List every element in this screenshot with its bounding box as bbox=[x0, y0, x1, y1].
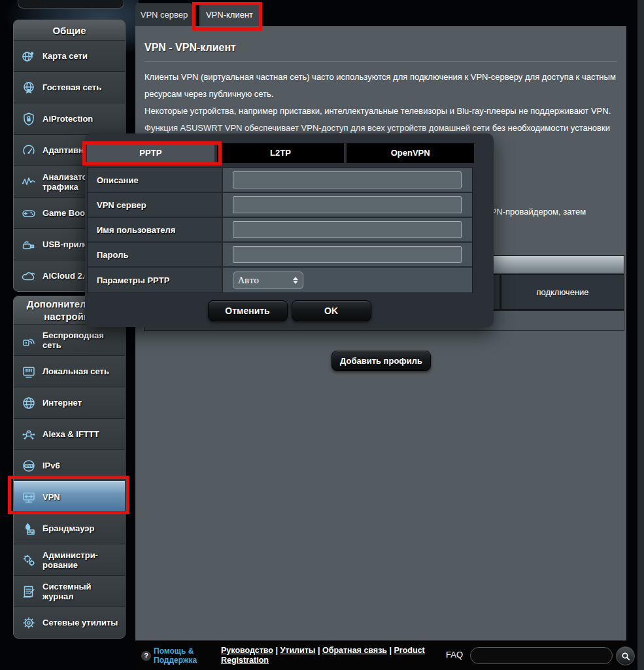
gamepad-icon bbox=[20, 206, 37, 220]
cancel-button[interactable]: Отменить bbox=[208, 300, 288, 321]
link-feedback[interactable]: Обратная связь bbox=[322, 646, 387, 655]
table-header-connection: подключение bbox=[501, 275, 624, 309]
tab-openvpn[interactable]: OpenVPN bbox=[347, 143, 474, 163]
help-line-2: Поддержка bbox=[154, 656, 197, 665]
link-separator: | bbox=[276, 646, 279, 655]
ok-button[interactable]: OK bbox=[292, 300, 371, 321]
sidebar-item-label: VPN bbox=[42, 492, 121, 502]
tab-vpn-client[interactable]: VPN-клиент bbox=[199, 3, 260, 26]
dialog-buttons: Отменить OK bbox=[85, 300, 494, 321]
form-row-pptp-options: Параметры PPTP Авто bbox=[88, 268, 472, 292]
shield-lock-icon bbox=[20, 112, 37, 126]
sidebar-item-label: Интернет bbox=[42, 398, 121, 408]
sidebar-item-label: IPv6 bbox=[42, 461, 121, 470]
tools-gear-icon bbox=[20, 616, 37, 630]
description-paragraph-1: Клиенты VPN (виртуальная частная сеть) ч… bbox=[144, 69, 617, 103]
sidebar-item-wireless[interactable]: Беспроводная сеть bbox=[14, 324, 125, 355]
magnifier-icon bbox=[620, 651, 631, 661]
sidebar-item-label: Администри-рование bbox=[42, 550, 121, 570]
sidebar-item-network-tools[interactable]: Сетевые утилиты bbox=[14, 607, 125, 638]
log-document-icon bbox=[20, 584, 37, 599]
selected-option: Авто bbox=[238, 275, 259, 285]
sidebar-item-ipv6[interactable]: IPV6 IPv6 bbox=[14, 450, 125, 481]
svg-text:IPV6: IPV6 bbox=[25, 463, 33, 467]
sidebar-item-aiprotection[interactable]: AiProtection bbox=[14, 103, 125, 134]
tab-pptp[interactable]: PPTP bbox=[87, 143, 214, 163]
sidebar-item-administration[interactable]: Администри-рование bbox=[14, 544, 125, 575]
gears-icon bbox=[20, 553, 37, 567]
guest-network-icon bbox=[20, 80, 37, 95]
form-row-password: Пароль bbox=[88, 243, 472, 268]
vpn-page-tabs: VPN сервер VPN-клиент bbox=[135, 3, 260, 26]
wireless-icon bbox=[20, 333, 37, 347]
footer: ? Помощь & Поддержка Руководство | Утили… bbox=[135, 640, 626, 670]
sidebar-top-cutoff-panel bbox=[18, 0, 124, 9]
description-paragraph-2: Некоторые устройства, например приставки… bbox=[144, 103, 617, 120]
field-label: Пароль bbox=[88, 243, 223, 266]
select-arrows-icon bbox=[293, 277, 298, 284]
sidebar-item-vpn[interactable]: VPN bbox=[14, 481, 125, 512]
field-label: Описание bbox=[88, 168, 223, 192]
sidebar-item-label: Беспроводная сеть bbox=[42, 330, 121, 350]
sidebar-item-firewall[interactable]: Брандмауэр bbox=[14, 512, 125, 544]
smart-network-icon bbox=[20, 427, 37, 442]
sidebar-item-label: Брандмауэр bbox=[42, 523, 121, 533]
faq-search-input[interactable] bbox=[470, 647, 613, 664]
help-line-1: Помощь & bbox=[154, 646, 197, 656]
globe-icon bbox=[20, 396, 37, 410]
vpn-type-tabs: PPTP L2TP OpenVPN bbox=[87, 143, 474, 163]
sidebar-item-label: Сетевые утилиты bbox=[42, 618, 121, 627]
title-divider bbox=[144, 62, 617, 62]
link-separator: | bbox=[318, 646, 320, 655]
field-label: VPN сервер bbox=[88, 193, 223, 217]
network-map-icon bbox=[20, 49, 37, 63]
lan-port-icon bbox=[20, 364, 37, 379]
field-label: Параметры PPTP bbox=[88, 268, 223, 292]
link-separator: | bbox=[390, 646, 392, 655]
form-row-description: Описание bbox=[88, 168, 472, 193]
traffic-wave-icon bbox=[20, 175, 37, 189]
right-edge-strip bbox=[637, 0, 644, 670]
sidebar-item-label: Карта сети bbox=[42, 51, 121, 61]
sidebar-item-internet[interactable]: Интернет bbox=[14, 387, 125, 418]
link-manual[interactable]: Руководство bbox=[221, 646, 273, 655]
faq-search-button[interactable] bbox=[616, 646, 635, 665]
form-row-username: Имя пользователя bbox=[88, 218, 472, 243]
firewall-flame-icon bbox=[20, 521, 37, 536]
help-icon: ? bbox=[141, 651, 151, 661]
field-label: Имя пользователя bbox=[88, 218, 223, 241]
sidebar-item-alexa-ifttt[interactable]: Alexa & IFTTT bbox=[14, 418, 125, 450]
sidebar-advanced-section: Дополнительные настройки Беспроводная се… bbox=[13, 296, 126, 639]
password-field[interactable] bbox=[233, 246, 462, 263]
vpn-profile-dialog: PPTP L2TP OpenVPN Описание VPN сервер Им… bbox=[85, 133, 494, 327]
sidebar-item-lan[interactable]: Локальная сеть bbox=[14, 355, 125, 387]
tab-vpn-server[interactable]: VPN сервер bbox=[135, 3, 193, 26]
main-content: VPN - VPN-клиент Клиенты VPN (виртуальна… bbox=[135, 26, 626, 640]
vpn-server-field[interactable] bbox=[233, 196, 462, 213]
add-profile-button[interactable]: Добавить профиль bbox=[331, 351, 431, 371]
link-utilities[interactable]: Утилиты bbox=[280, 646, 315, 655]
username-field[interactable] bbox=[233, 221, 462, 238]
faq-label: FAQ bbox=[446, 650, 463, 660]
pptp-options-select[interactable]: Авто bbox=[233, 272, 303, 289]
sidebar-item-label: Alexa & IFTTT bbox=[42, 429, 121, 439]
vpn-profile-form: Описание VPN сервер Имя пользователя Пар… bbox=[87, 168, 473, 293]
partially-hidden-text: VPN-провайдером, затем bbox=[485, 207, 586, 217]
tab-l2tp[interactable]: L2TP bbox=[217, 143, 345, 163]
sidebar-item-guest-network[interactable]: Гостевая сеть bbox=[14, 71, 125, 103]
usb-drive-icon bbox=[20, 238, 37, 252]
sidebar-item-system-log[interactable]: Системный журнал bbox=[14, 575, 125, 607]
sidebar-item-label: Локальная сеть bbox=[42, 366, 121, 376]
footer-links: Руководство | Утилиты | Обратная связь |… bbox=[221, 646, 442, 665]
help-support-link[interactable]: Помощь & Поддержка bbox=[154, 646, 197, 665]
description-field[interactable] bbox=[233, 171, 462, 188]
ipv6-badge-icon: IPV6 bbox=[20, 459, 37, 473]
vpn-monitor-icon bbox=[20, 490, 37, 504]
form-row-vpn-server: VPN сервер bbox=[88, 193, 472, 218]
sidebar-item-label: Гостевая сеть bbox=[42, 82, 121, 92]
sidebar-general-header: Общие bbox=[14, 20, 125, 40]
cloud-icon bbox=[20, 269, 37, 283]
sidebar-item-label: AiProtection bbox=[42, 114, 121, 124]
page-title: VPN - VPN-клиент bbox=[135, 26, 626, 54]
sidebar-item-network-map[interactable]: Карта сети bbox=[14, 40, 125, 71]
